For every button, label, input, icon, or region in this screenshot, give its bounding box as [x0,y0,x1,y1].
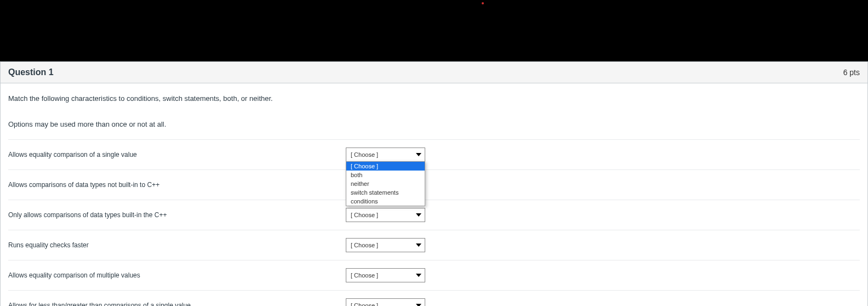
top-header-bar [0,0,868,61]
select-wrap: [ Choose ] [346,298,425,306]
select-wrap: [ Choose ] [346,208,425,222]
select-value: [ Choose ] [351,151,378,158]
select-wrap: [ Choose ] [346,238,425,252]
dropdown-option[interactable]: neither [346,179,425,188]
question-header: Question 1 6 pts [1,62,867,83]
question-title: Question 1 [8,67,54,77]
chevron-down-icon [416,213,421,217]
answer-select[interactable]: [ Choose ] [346,148,425,162]
dropdown-option[interactable]: both [346,171,425,179]
answer-select[interactable]: [ Choose ] [346,238,425,252]
question-prompt: Match the following characteristics to c… [8,94,860,128]
match-row: Allows for less than/greater than compar… [8,290,860,306]
select-wrap: [ Choose ] [346,268,425,282]
select-wrap: [ Choose ][ Choose ]bothneitherswitch st… [346,148,425,162]
match-label: Allows for less than/greater than compar… [8,302,346,306]
match-row: Only allows comparisons of data types bu… [8,200,860,230]
match-label: Allows equality comparison of a single v… [8,151,346,158]
select-value: [ Choose ] [351,212,378,218]
match-row: Allows equality comparison of multiple v… [8,260,860,290]
match-label: Allows equality comparison of multiple v… [8,271,346,279]
answer-select[interactable]: [ Choose ] [346,268,425,282]
select-value: [ Choose ] [351,272,378,279]
match-row: Allows equality comparison of a single v… [8,139,860,169]
select-value: [ Choose ] [351,242,378,248]
answer-select[interactable]: [ Choose ] [346,298,425,306]
question-container: Question 1 6 pts Match the following cha… [0,61,868,306]
question-body: Match the following characteristics to c… [1,83,867,306]
dropdown-list[interactable]: [ Choose ]bothneitherswitch statementsco… [346,161,425,206]
chevron-down-icon [416,304,421,306]
chevron-down-icon [416,153,421,156]
select-value: [ Choose ] [351,302,378,306]
prompt-line-2: Options may be used more than once or no… [8,120,860,128]
match-row: Allows comparisons of data types not bui… [8,169,860,200]
dropdown-option[interactable]: conditions [346,197,425,206]
chevron-down-icon [416,243,421,247]
match-label: Only allows comparisons of data types bu… [8,211,346,219]
dropdown-option[interactable]: switch statements [346,188,425,197]
match-label: Allows comparisons of data types not bui… [8,181,346,189]
indicator-dot [482,2,484,4]
question-points: 6 pts [843,68,860,77]
match-row: Runs equality checks faster[ Choose ] [8,230,860,260]
answer-select[interactable]: [ Choose ] [346,208,425,222]
prompt-line-1: Match the following characteristics to c… [8,94,860,103]
dropdown-option[interactable]: [ Choose ] [346,162,425,171]
chevron-down-icon [416,274,421,277]
match-label: Runs equality checks faster [8,241,346,249]
